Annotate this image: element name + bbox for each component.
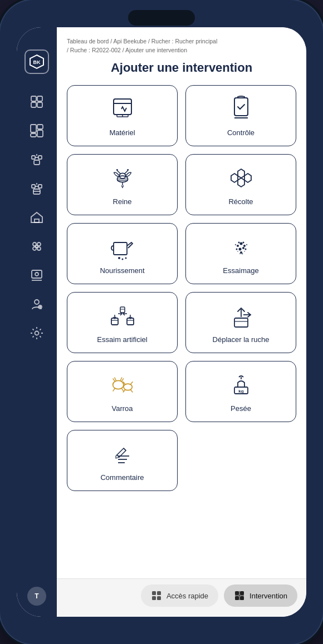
phone-notch	[128, 10, 195, 26]
card-pesee[interactable]: kg Pesée	[185, 361, 296, 422]
svg-point-33	[35, 331, 39, 335]
svg-rect-14	[32, 185, 35, 188]
card-nourissement[interactable]: Nourissement	[67, 223, 178, 284]
svg-rect-8	[31, 133, 36, 137]
reine-icon	[107, 163, 138, 193]
pesee-icon: kg	[226, 370, 256, 400]
sidebar-item-home[interactable]	[25, 205, 49, 230]
card-recolte[interactable]: Récolte	[185, 154, 296, 215]
card-commentaire-label: Commentaire	[100, 473, 144, 483]
svg-rect-100	[152, 591, 156, 595]
svg-rect-5	[31, 125, 36, 132]
svg-point-57	[244, 248, 246, 250]
svg-point-59	[238, 241, 239, 243]
svg-line-87	[121, 388, 124, 391]
intervention-button[interactable]: Intervention	[224, 584, 297, 607]
svg-line-84	[120, 377, 122, 380]
card-recolte-label: Récolte	[228, 197, 253, 207]
svg-point-64	[239, 252, 240, 254]
sidebar-avatar[interactable]: T	[27, 587, 46, 606]
phone-screen: BK	[17, 27, 306, 617]
card-controle-label: Contrôle	[227, 128, 255, 138]
svg-line-86	[112, 388, 115, 391]
card-controle[interactable]: Contrôle	[185, 85, 296, 146]
svg-rect-101	[157, 591, 161, 595]
sidebar: BK	[17, 27, 57, 617]
card-materiel[interactable]: Matériel	[67, 85, 178, 146]
svg-rect-4	[37, 102, 42, 107]
page-title: Ajouter une intervention	[57, 55, 306, 85]
sidebar-item-grid[interactable]	[25, 118, 49, 143]
sidebar-item-hive1[interactable]	[25, 147, 49, 172]
intervention-grid: Matériel Contrôle	[67, 85, 296, 491]
svg-point-49	[121, 258, 123, 260]
phone-frame: BK	[0, 0, 323, 644]
card-essaim-artificiel[interactable]: Essaim artificiel	[67, 292, 178, 353]
svg-rect-102	[152, 596, 156, 600]
svg-rect-77	[234, 318, 248, 327]
essaimage-icon	[226, 232, 256, 262]
svg-rect-3	[31, 102, 36, 107]
svg-point-53	[243, 245, 246, 247]
svg-line-82	[112, 378, 115, 382]
svg-rect-73	[120, 307, 125, 313]
deplacer-ruche-icon	[226, 301, 256, 331]
sidebar-item-bees[interactable]	[25, 234, 49, 259]
svg-point-55	[242, 247, 244, 249]
svg-rect-13	[34, 160, 40, 165]
acces-rapide-button[interactable]: Accès rapide	[141, 584, 218, 607]
svg-point-63	[241, 252, 243, 254]
svg-rect-2	[37, 96, 42, 101]
svg-line-99	[124, 448, 126, 450]
svg-text:BK: BK	[33, 60, 41, 65]
sidebar-bottom: T	[27, 587, 46, 606]
svg-point-48	[118, 257, 120, 259]
card-reine-label: Reine	[113, 197, 132, 207]
svg-line-90	[130, 382, 133, 384]
sidebar-item-user[interactable]	[25, 263, 49, 288]
card-varroa[interactable]: Varroa	[67, 361, 178, 422]
svg-point-88	[123, 384, 131, 390]
svg-point-62	[246, 244, 247, 245]
svg-text:kg: kg	[238, 389, 243, 394]
sidebar-logo[interactable]: BK	[25, 49, 49, 74]
svg-point-51	[239, 242, 242, 245]
controle-icon	[226, 94, 256, 124]
acces-rapide-label: Accès rapide	[167, 592, 208, 600]
card-deplacer-ruche[interactable]: Déplacer la ruche	[185, 292, 296, 353]
commentaire-icon	[107, 439, 138, 469]
svg-line-92	[130, 389, 133, 392]
svg-line-85	[121, 378, 124, 382]
svg-rect-105	[240, 591, 244, 595]
svg-point-45	[116, 169, 118, 171]
sidebar-item-settings[interactable]	[25, 321, 49, 345]
svg-point-61	[234, 244, 236, 245]
svg-point-25	[36, 245, 38, 247]
sidebar-item-hive2[interactable]	[25, 176, 49, 201]
svg-rect-104	[235, 591, 239, 595]
card-varroa-label: Varroa	[111, 404, 133, 414]
svg-rect-10	[38, 156, 42, 159]
materiel-icon	[107, 94, 138, 124]
card-essaim-artificiel-label: Essaim artificiel	[97, 335, 147, 345]
card-reine[interactable]: Reine	[67, 154, 178, 215]
card-essaimage[interactable]: Essaimage	[185, 223, 296, 284]
svg-rect-38	[234, 98, 248, 116]
svg-point-66	[244, 251, 245, 252]
sidebar-item-profile[interactable]	[25, 292, 49, 316]
svg-rect-6	[37, 125, 43, 129]
content-scroll: Matériel Contrôle	[57, 85, 306, 617]
svg-point-54	[238, 247, 241, 250]
card-deplacer-ruche-label: Déplacer la ruche	[213, 335, 270, 345]
breadcrumb: Tableau de bord / Api Beekube / Rucher :…	[57, 27, 306, 55]
svg-line-44	[117, 170, 120, 174]
nourissement-icon	[107, 232, 138, 262]
varroa-icon	[107, 370, 138, 400]
svg-rect-20	[35, 219, 39, 222]
sidebar-item-dashboard[interactable]	[25, 90, 49, 114]
svg-point-27	[35, 273, 38, 276]
card-commentaire[interactable]: Commentaire	[67, 430, 178, 491]
card-nourissement-label: Nourissement	[100, 266, 144, 276]
svg-point-56	[236, 248, 237, 250]
svg-rect-106	[235, 596, 239, 600]
